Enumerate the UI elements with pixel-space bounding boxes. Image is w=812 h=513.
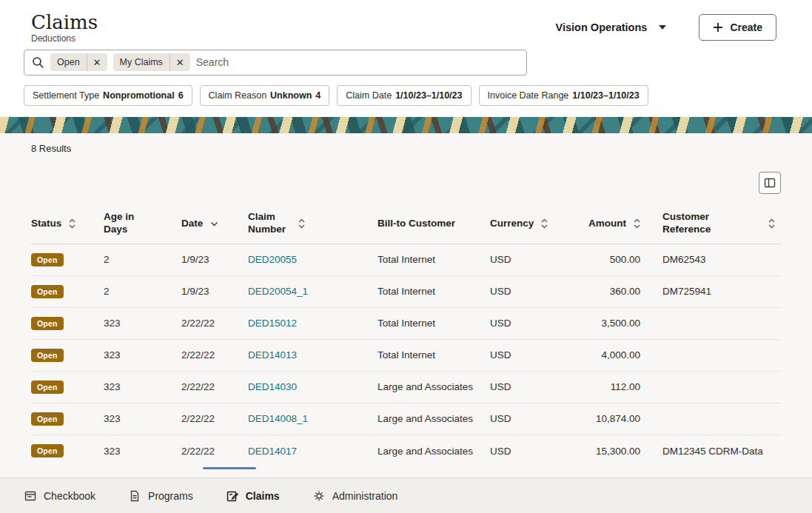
results-count: 8 Results (31, 143, 781, 154)
cell-age-in-days: 323 (104, 446, 181, 457)
close-icon[interactable]: ✕ (170, 53, 190, 71)
filter-label: Invoice Date Range (488, 90, 569, 101)
plus-icon (713, 22, 723, 33)
cell-bill-to-customer: Total Internet (378, 254, 490, 265)
bottom-nav: Checkbook Programs Claims Administration (0, 477, 812, 513)
cell-currency: USD (490, 318, 577, 329)
sort-icon[interactable] (768, 218, 775, 229)
close-icon[interactable]: ✕ (87, 53, 107, 71)
table-row[interactable]: Open 323 2/22/22 DED15012 Total Internet… (31, 308, 781, 340)
filter-label: Claim Date (346, 90, 392, 101)
create-button[interactable]: Create (699, 14, 776, 41)
status-badge: Open (31, 349, 64, 362)
title-block: Claims Deductions (31, 12, 98, 44)
search-row: Open ✕ My Claims ✕ (0, 48, 812, 76)
cell-bill-to-customer: Total Internet (378, 318, 490, 329)
filter-value: 1/10/23–1/10/23 (572, 90, 639, 101)
claim-number-link[interactable]: DED20054_1 (248, 286, 308, 297)
table-row[interactable]: Open 2 1/9/23 DED20054_1 Total Internet … (31, 276, 781, 308)
column-header-claim-number[interactable]: Claim Number (248, 211, 378, 236)
filter-value: Unknown (270, 90, 312, 101)
cell-age-in-days: 2 (104, 286, 181, 297)
column-header-status[interactable]: Status (31, 218, 104, 230)
administration-icon (312, 489, 326, 503)
claim-number-link[interactable]: DED14017 (248, 446, 297, 457)
column-label: Date (181, 218, 203, 230)
claim-number-link[interactable]: DED15012 (248, 318, 297, 329)
create-button-label: Create (730, 21, 762, 33)
nav-item-checkbook[interactable]: Checkbook (24, 489, 95, 503)
filter-settlement-type[interactable]: Settlement Type Nonpromotional 6 (24, 85, 192, 106)
table-row[interactable]: Open 323 2/22/22 DED14008_1 Large and As… (31, 403, 781, 435)
column-label: Amount (588, 218, 626, 230)
cell-customer-reference: DM12345 CDRM-Data (662, 446, 781, 457)
search-icon (32, 56, 44, 69)
nav-item-label: Claims (246, 490, 280, 502)
table-row[interactable]: Open 323 2/22/22 DED14013 Total Internet… (31, 340, 781, 372)
status-badge: Open (31, 380, 64, 394)
cell-amount: 360.00 (577, 286, 662, 297)
cell-currency: USD (490, 381, 577, 392)
cell-bill-to-customer: Large and Associates (378, 413, 490, 424)
column-label: Age in Days (104, 211, 142, 236)
claims-icon (226, 489, 239, 503)
column-header-age-in-days[interactable]: Age in Days (104, 211, 181, 236)
column-header-customer-reference[interactable]: Customer Reference (662, 211, 781, 236)
cell-currency: USD (490, 446, 577, 457)
chevron-down-icon (659, 25, 666, 30)
filter-value: 1/10/23–1/10/23 (395, 90, 462, 101)
column-header-currency[interactable]: Currency (490, 218, 577, 230)
cell-currency: USD (490, 286, 577, 297)
cell-customer-reference: DM725941 (662, 286, 781, 297)
business-unit-selector[interactable]: Vision Operations (556, 21, 667, 33)
search-box[interactable]: Open ✕ My Claims ✕ (24, 50, 527, 76)
filter-claim-date[interactable]: Claim Date 1/10/23–1/10/23 (337, 85, 471, 106)
top-zone: Claims Deductions Vision Operations Crea… (0, 0, 812, 117)
sort-icon[interactable] (69, 218, 76, 229)
table-horizontal-scrollbar[interactable] (203, 467, 256, 469)
search-input[interactable] (196, 56, 519, 68)
column-header-date[interactable]: Date (181, 218, 248, 230)
claim-number-link[interactable]: DED14013 (248, 349, 297, 361)
table-row[interactable]: Open 323 2/22/22 DED14017 Large and Asso… (31, 435, 781, 467)
status-badge: Open (31, 412, 64, 426)
nav-item-claims[interactable]: Claims (226, 489, 280, 503)
column-label: Bill-to Customer (378, 218, 455, 230)
filter-label: Claim Reason (209, 90, 267, 101)
column-label: Customer Reference (662, 211, 717, 236)
page-header: Claims Deductions Vision Operations Crea… (0, 0, 812, 48)
table-row[interactable]: Open 2 1/9/23 DED20055 Total Internet US… (31, 244, 781, 276)
sort-icon[interactable] (634, 218, 640, 229)
filter-invoice-date-range[interactable]: Invoice Date Range 1/10/23–1/10/23 (479, 85, 648, 106)
cell-amount: 4,000.00 (577, 349, 662, 361)
status-badge: Open (31, 444, 64, 457)
filter-claim-reason[interactable]: Claim Reason Unknown 4 (200, 85, 330, 106)
business-unit-label: Vision Operations (556, 21, 648, 33)
cell-date: 1/9/23 (181, 254, 248, 265)
filter-count: 4 (315, 90, 321, 101)
nav-item-programs[interactable]: Programs (128, 489, 193, 503)
sort-icon[interactable] (541, 218, 548, 229)
cell-amount: 112.00 (577, 381, 662, 392)
claim-number-link[interactable]: DED14008_1 (248, 413, 308, 424)
table-row[interactable]: Open 323 2/22/22 DED14030 Large and Asso… (31, 372, 781, 403)
search-chip-my-claims: My Claims ✕ (113, 53, 190, 71)
filter-bar: Settlement Type Nonpromotional 6 Claim R… (0, 76, 812, 117)
column-header-bill-to-customer[interactable]: Bill-to Customer (378, 218, 490, 230)
status-badge: Open (31, 317, 64, 330)
column-header-amount[interactable]: Amount (577, 218, 662, 230)
column-picker-button[interactable] (759, 172, 781, 194)
header-actions: Vision Operations Create (556, 14, 776, 41)
claim-number-link[interactable]: DED14030 (248, 381, 297, 392)
cell-amount: 500.00 (577, 254, 662, 265)
cell-currency: USD (490, 413, 577, 424)
nav-item-administration[interactable]: Administration (312, 489, 398, 503)
sort-descending-icon[interactable] (210, 221, 218, 227)
sort-icon[interactable] (298, 218, 305, 229)
cell-amount: 15,300.00 (577, 446, 662, 457)
cell-age-in-days: 323 (104, 318, 181, 329)
cell-bill-to-customer: Total Internet (378, 349, 490, 361)
claim-number-link[interactable]: DED20055 (248, 254, 297, 265)
cell-date: 2/22/22 (181, 349, 248, 361)
programs-icon (128, 489, 141, 503)
